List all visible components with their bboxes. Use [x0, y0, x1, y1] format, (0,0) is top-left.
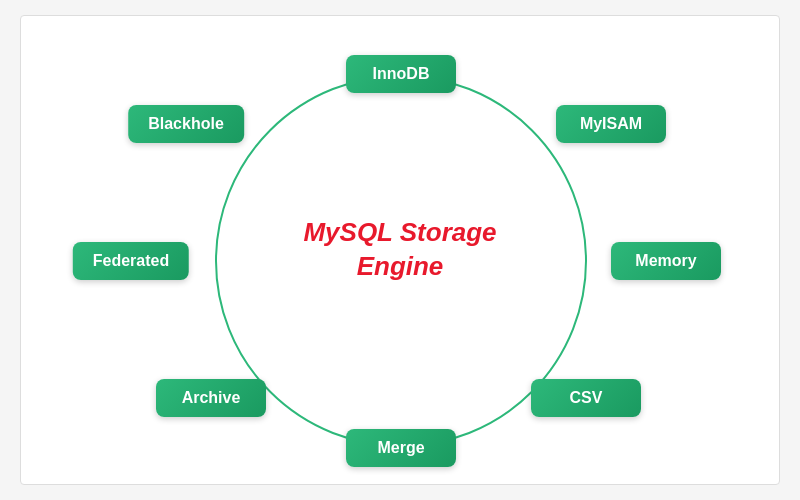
node-merge: Merge [346, 429, 456, 467]
title-line2: Engine [357, 251, 444, 281]
node-csv: CSV [531, 379, 641, 417]
node-archive: Archive [156, 379, 266, 417]
node-innodb: InnoDB [346, 55, 456, 93]
node-memory: Memory [611, 242, 721, 280]
node-blackhole: Blackhole [128, 105, 244, 143]
title-line1: MySQL Storage [303, 217, 496, 247]
node-federated: Federated [73, 242, 189, 280]
diagram-container: MySQL Storage Engine InnoDBMyISAMMemoryC… [20, 15, 780, 485]
node-myisam: MyISAM [556, 105, 666, 143]
center-label: MySQL Storage Engine [303, 216, 496, 284]
